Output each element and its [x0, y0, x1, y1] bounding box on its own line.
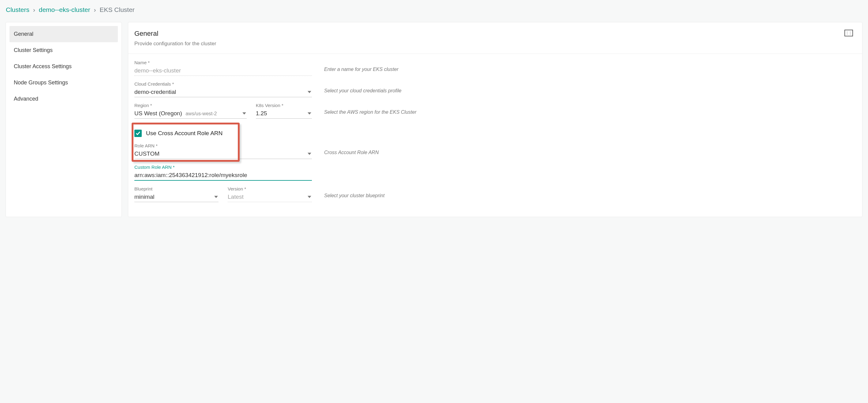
- sidebar: General Cluster Settings Cluster Access …: [5, 22, 122, 217]
- svg-point-3: [850, 34, 850, 34]
- cross-account-checkbox[interactable]: [134, 130, 142, 137]
- page-title: General: [134, 30, 216, 38]
- k8s-version-label: K8s Version *: [256, 103, 312, 108]
- expand-icon: [846, 31, 851, 35]
- breadcrumb-sep-icon: ›: [33, 6, 35, 13]
- breadcrumb-mid[interactable]: demo--eks-cluster: [39, 6, 90, 13]
- custom-role-arn-input[interactable]: [134, 171, 312, 181]
- breadcrumb-sep-icon: ›: [94, 6, 96, 13]
- svg-point-0: [847, 32, 847, 32]
- region-value: US West (Oregon): [134, 110, 182, 116]
- expand-button[interactable]: [844, 30, 853, 36]
- role-arn-label: Role ARN *: [134, 143, 312, 148]
- blueprint-label: Blueprint: [134, 186, 219, 192]
- region-hint: Select the AWS region for the EKS Cluste…: [312, 103, 856, 115]
- region-code: aws/us-west-2: [185, 111, 217, 116]
- blueprint-hint: Select your cluster blueprint: [312, 186, 856, 198]
- custom-role-arn-label: Custom Role ARN *: [134, 165, 312, 170]
- version-select[interactable]: Latest: [228, 192, 312, 202]
- breadcrumb: Clusters › demo--eks-cluster › EKS Clust…: [6, 6, 863, 13]
- page-subtitle: Provide configuration for the cluster: [134, 41, 216, 47]
- sidebar-item-cluster-access-settings[interactable]: Cluster Access Settings: [9, 58, 118, 75]
- main-panel: General Provide configuration for the cl…: [128, 22, 863, 217]
- region-select[interactable]: US West (Oregon) aws/us-west-2: [134, 109, 247, 119]
- sidebar-item-node-groups-settings[interactable]: Node Groups Settings: [9, 75, 118, 91]
- sidebar-item-general[interactable]: General: [9, 26, 118, 42]
- role-arn-hint: Cross Account Role ARN: [312, 143, 856, 155]
- region-label: Region *: [134, 103, 247, 108]
- cloud-credentials-select[interactable]: demo-credential: [134, 88, 312, 97]
- name-input[interactable]: demo--eks-cluster: [134, 66, 312, 76]
- name-label: Name *: [134, 60, 312, 65]
- name-hint: Enter a name for your EKS cluster: [312, 60, 856, 72]
- svg-point-2: [847, 34, 847, 34]
- blueprint-select[interactable]: minimal: [134, 192, 219, 202]
- check-icon: [135, 131, 141, 136]
- breadcrumb-root[interactable]: Clusters: [6, 6, 29, 13]
- svg-point-1: [850, 32, 850, 32]
- breadcrumb-current: EKS Cluster: [99, 6, 134, 13]
- sidebar-item-advanced[interactable]: Advanced: [9, 91, 118, 107]
- cross-account-label: Use Cross Account Role ARN: [146, 130, 222, 137]
- cloud-credentials-hint: Select your cloud credentials profile: [312, 81, 856, 94]
- k8s-version-select[interactable]: 1.25: [256, 109, 312, 119]
- sidebar-item-cluster-settings[interactable]: Cluster Settings: [9, 42, 118, 58]
- cloud-credentials-label: Cloud Credentials *: [134, 81, 312, 87]
- version-label: Version *: [228, 186, 312, 192]
- role-arn-select[interactable]: CUSTOM: [134, 149, 312, 159]
